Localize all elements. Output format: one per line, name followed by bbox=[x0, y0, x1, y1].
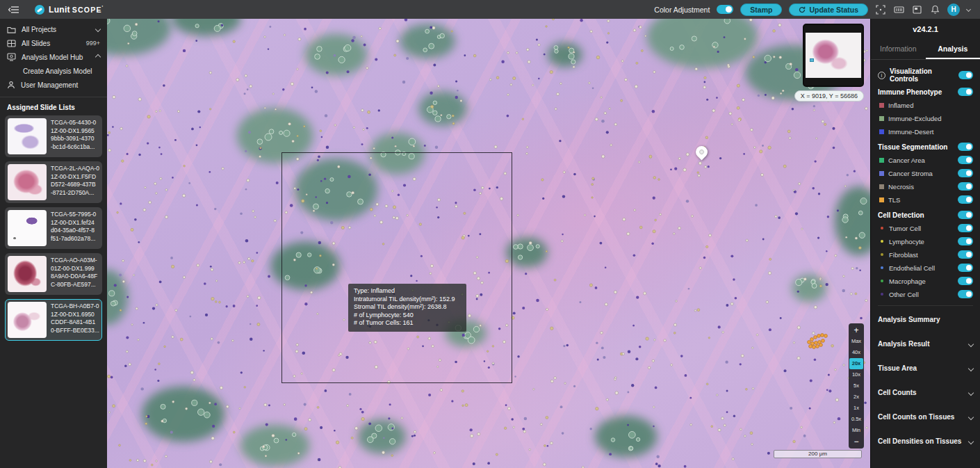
tooltip-line: Intratumoral TIL density(mm²): 152.9 bbox=[354, 296, 461, 304]
fibroblast-toggle[interactable] bbox=[958, 250, 973, 259]
sidebar-collapse-icon[interactable] bbox=[8, 6, 19, 14]
zoom-level-10x[interactable]: 10x bbox=[849, 369, 863, 380]
tab-analysis[interactable]: Analysis bbox=[926, 40, 980, 59]
notifications-bell-icon[interactable] bbox=[929, 4, 940, 15]
slide-id: TCGA-BH-A0B7-01Z-00-DX1.6950CDDF-8A81-4B… bbox=[49, 300, 101, 340]
tumor-cell-toggle[interactable] bbox=[958, 224, 973, 232]
zoom-level-1x[interactable]: 1x bbox=[849, 403, 863, 414]
slide-list-item[interactable]: TCGA-55-7995-01Z-00-DX1.fef24d04-35a0-4f… bbox=[5, 207, 102, 249]
chevron-up-icon bbox=[95, 54, 101, 60]
lymphocyte-toggle[interactable] bbox=[958, 237, 973, 245]
user-menu-chevron-down-icon[interactable] bbox=[966, 7, 971, 12]
color-swatch bbox=[879, 116, 884, 121]
slide-thumbnail bbox=[8, 164, 47, 200]
color-dot bbox=[881, 280, 883, 282]
necrosis-toggle[interactable] bbox=[958, 182, 973, 191]
slide-list-item[interactable]: TCGA-2L-AAQA-01Z-00-DX1.F5FDD572-4689-43… bbox=[5, 161, 102, 203]
slide-viewer-canvas[interactable]: Type: Inflamed Intratumoral TIL density(… bbox=[107, 19, 870, 468]
zoom-level-20x-active[interactable]: 20x bbox=[849, 358, 863, 369]
cell-detection-row: Cell Detection bbox=[878, 210, 973, 220]
color-dot bbox=[881, 240, 883, 243]
app-name-primary: Lunit bbox=[49, 5, 70, 15]
color-dot bbox=[881, 253, 883, 256]
minimap-thumbnail bbox=[806, 33, 861, 78]
cell-row-tumor-cell: Tumor Cell bbox=[878, 223, 973, 233]
tissue-segmentation-toggle[interactable] bbox=[958, 143, 973, 151]
chevron-down-icon bbox=[968, 438, 974, 444]
tissue-row-cancer-area: Cancer Area bbox=[878, 155, 973, 165]
slide-list-item[interactable]: TCGA-AO-A03M-01Z-00-DX1.9998A9A0-D0A6-48… bbox=[5, 253, 102, 295]
section-tissue-area[interactable]: Tissue Area bbox=[871, 356, 980, 380]
slide-list-item[interactable]: TCGA-05-4430-01Z-00-DX1.95659bbb-3091-43… bbox=[5, 115, 102, 157]
zoom-level-2x[interactable]: 2x bbox=[849, 392, 863, 403]
section-analysis-summary[interactable]: Analysis Summary bbox=[871, 307, 980, 332]
slide-minimap[interactable] bbox=[803, 24, 864, 87]
color-swatch bbox=[879, 184, 884, 189]
sidebar-item-create-analysis-model[interactable]: Create Analysis Model bbox=[0, 64, 107, 78]
stamp-button[interactable]: Stamp bbox=[740, 3, 782, 16]
zoom-level-40x[interactable]: 40x bbox=[849, 347, 863, 358]
color-adjustment-toggle[interactable] bbox=[717, 5, 733, 14]
cancer-area-toggle[interactable] bbox=[958, 156, 973, 164]
other-cell-toggle[interactable] bbox=[958, 290, 973, 298]
lunit-scope-app: LunitSCOPE' Color Adjustment Stamp Updat… bbox=[0, 0, 980, 468]
color-dot bbox=[881, 266, 883, 269]
zoom-level-min[interactable]: Min bbox=[849, 425, 863, 436]
sidebar-item-all-slides[interactable]: All Slides 999+ bbox=[0, 36, 107, 50]
minimap-viewport-indicator bbox=[810, 58, 814, 62]
fullscreen-scan-icon[interactable] bbox=[875, 4, 886, 15]
tissue-segmentation-row: Tissue Segmentation bbox=[878, 142, 973, 152]
slide-thumbnail bbox=[8, 118, 47, 154]
slides-count-badge: 999+ bbox=[86, 40, 100, 47]
tab-information[interactable]: Information bbox=[871, 40, 926, 59]
info-circle-icon: i bbox=[878, 72, 885, 79]
section-analysis-result[interactable]: Analysis Result bbox=[871, 332, 980, 356]
color-swatch bbox=[879, 197, 884, 202]
slide-list-item-selected[interactable]: TCGA-BH-A0B7-01Z-00-DX1.6950CDDF-8A81-4B… bbox=[5, 299, 102, 341]
sidebar-item-all-projects[interactable]: All Projects bbox=[0, 22, 107, 36]
slides-grid-icon bbox=[7, 40, 16, 47]
zoom-out-button[interactable]: − bbox=[849, 436, 863, 447]
sidebar-item-user-management[interactable]: User Management bbox=[0, 78, 107, 92]
legend-row-immune-desert: Immune-Desert bbox=[878, 127, 973, 136]
nav-label: All Projects bbox=[22, 26, 56, 33]
color-swatch bbox=[879, 158, 884, 163]
endothelial-cell-toggle[interactable] bbox=[958, 264, 973, 272]
tls-toggle[interactable] bbox=[958, 195, 973, 204]
folder-icon bbox=[7, 26, 16, 33]
chevron-down-icon bbox=[968, 341, 974, 346]
chevron-down-icon bbox=[968, 389, 974, 395]
cell-row-other-cell: Other Cell bbox=[878, 289, 973, 299]
panel-tabs: Information Analysis bbox=[871, 40, 980, 60]
color-swatch bbox=[879, 129, 884, 134]
immune-phenotype-toggle[interactable] bbox=[958, 88, 973, 96]
tooltip-line: Stromal TIL density(mm²): 2638.8 bbox=[354, 303, 461, 312]
chevron-down-icon bbox=[95, 26, 101, 32]
macrophage-toggle[interactable] bbox=[958, 277, 973, 285]
visualization-controls-toggle[interactable] bbox=[958, 71, 973, 79]
zoom-level-5x[interactable]: 5x bbox=[849, 380, 863, 392]
tissue-row-cancer-stroma: Cancer Stroma bbox=[878, 168, 973, 178]
section-cell-counts-on-tissues[interactable]: Cell Counts on Tissues bbox=[871, 405, 980, 429]
panel-layout-icon[interactable] bbox=[911, 4, 922, 15]
sidebar-item-analysis-model-hub[interactable]: Analysis Model Hub bbox=[0, 50, 107, 64]
slide-thumbnail bbox=[8, 302, 47, 338]
update-status-button[interactable]: Update Status bbox=[789, 3, 868, 16]
slide-id: TCGA-55-7995-01Z-00-DX1.fef24d04-35a0-4f… bbox=[49, 208, 98, 248]
tissue-row-necrosis: Necrosis bbox=[878, 181, 973, 191]
app-name-secondary: SCOPE bbox=[72, 6, 102, 14]
slide-id: TCGA-AO-A03M-01Z-00-DX1.9998A9A0-D0A6-48… bbox=[49, 254, 99, 294]
section-cell-densities-on-tissues[interactable]: Cell Densities on Tissues bbox=[871, 429, 980, 453]
region-selection-rectangle[interactable] bbox=[281, 152, 512, 383]
label-barcode-icon[interactable] bbox=[893, 4, 904, 15]
cancer-stroma-toggle[interactable] bbox=[958, 169, 973, 177]
immune-phenotype-row: Immune Phenotype bbox=[878, 87, 973, 97]
zoom-level-05x[interactable]: 0.5x bbox=[849, 414, 863, 425]
model-hub-icon bbox=[7, 53, 16, 61]
zoom-level-max[interactable]: Max bbox=[849, 336, 863, 347]
user-avatar[interactable]: H bbox=[947, 3, 960, 16]
zoom-in-button[interactable]: + bbox=[849, 325, 863, 336]
cell-detection-toggle[interactable] bbox=[958, 211, 973, 219]
app-logo: LunitSCOPE' bbox=[35, 5, 104, 15]
section-cell-counts[interactable]: Cell Counts bbox=[871, 380, 980, 405]
